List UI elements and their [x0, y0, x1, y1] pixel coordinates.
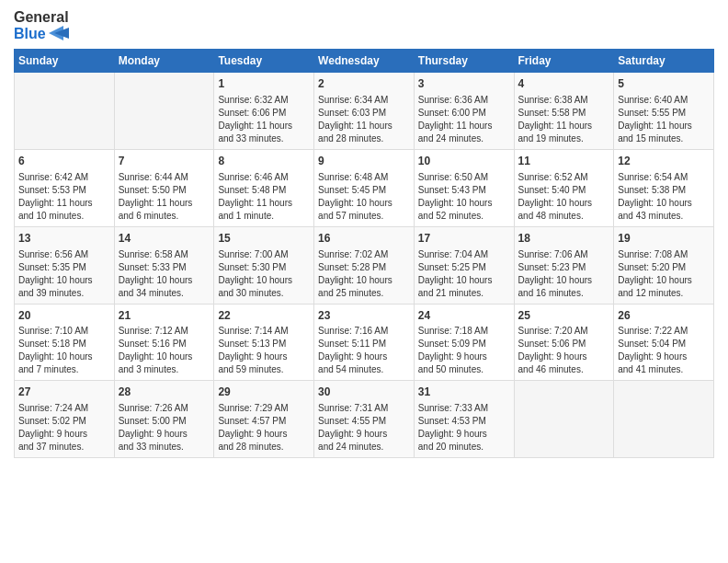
day-number: 5 — [618, 76, 710, 92]
day-number: 18 — [518, 231, 610, 247]
logo: General Blue — [14, 9, 69, 41]
calendar-cell: 24Sunrise: 7:18 AMSunset: 5:09 PMDayligh… — [414, 304, 514, 381]
logo-text: General Blue — [14, 9, 69, 41]
calendar-cell: 12Sunrise: 6:54 AMSunset: 5:38 PMDayligh… — [614, 149, 714, 226]
day-number: 30 — [318, 385, 410, 400]
day-info: Sunrise: 6:38 AMSunset: 5:58 PMDaylight:… — [518, 94, 610, 145]
day-number: 25 — [518, 308, 610, 324]
weekday-header-friday: Friday — [514, 50, 614, 73]
calendar-cell — [15, 73, 115, 150]
day-number: 16 — [318, 231, 410, 247]
day-number: 6 — [18, 154, 110, 169]
day-number: 27 — [18, 385, 110, 400]
day-info: Sunrise: 6:32 AMSunset: 6:06 PMDaylight:… — [218, 94, 310, 145]
day-number: 7 — [119, 154, 210, 169]
calendar-cell: 26Sunrise: 7:22 AMSunset: 5:04 PMDayligh… — [614, 304, 714, 381]
calendar-cell — [114, 73, 214, 150]
day-info: Sunrise: 7:10 AMSunset: 5:18 PMDaylight:… — [18, 325, 110, 376]
week-row-1: 1Sunrise: 6:32 AMSunset: 6:06 PMDaylight… — [15, 73, 714, 150]
calendar-cell: 16Sunrise: 7:02 AMSunset: 5:28 PMDayligh… — [314, 226, 415, 304]
weekday-header-sunday: Sunday — [15, 50, 115, 73]
calendar-cell: 2Sunrise: 6:34 AMSunset: 6:03 PMDaylight… — [314, 73, 415, 150]
weekday-header-tuesday: Tuesday — [214, 50, 314, 73]
day-number: 31 — [418, 385, 510, 400]
calendar-cell: 18Sunrise: 7:06 AMSunset: 5:23 PMDayligh… — [514, 226, 614, 304]
day-info: Sunrise: 7:08 AMSunset: 5:20 PMDaylight:… — [618, 248, 710, 300]
day-number: 14 — [119, 231, 210, 247]
day-number: 3 — [418, 76, 510, 92]
logo-bird-icon — [49, 26, 69, 40]
day-number: 21 — [119, 308, 210, 324]
day-info: Sunrise: 6:56 AMSunset: 5:35 PMDaylight:… — [18, 248, 110, 300]
day-info: Sunrise: 6:54 AMSunset: 5:38 PMDaylight:… — [618, 171, 710, 223]
day-number: 4 — [518, 76, 610, 92]
day-info: Sunrise: 7:33 AMSunset: 4:53 PMDaylight:… — [418, 402, 510, 454]
day-info: Sunrise: 7:14 AMSunset: 5:13 PMDaylight:… — [218, 325, 310, 376]
day-info: Sunrise: 6:48 AMSunset: 5:45 PMDaylight:… — [318, 171, 410, 223]
calendar-cell: 28Sunrise: 7:26 AMSunset: 5:00 PMDayligh… — [114, 381, 214, 458]
day-number: 1 — [218, 76, 310, 92]
calendar-cell: 25Sunrise: 7:20 AMSunset: 5:06 PMDayligh… — [514, 304, 614, 381]
day-number: 22 — [218, 308, 310, 324]
day-info: Sunrise: 6:40 AMSunset: 5:55 PMDaylight:… — [618, 94, 710, 145]
day-number: 19 — [618, 231, 710, 247]
day-number: 10 — [418, 154, 510, 169]
day-info: Sunrise: 7:12 AMSunset: 5:16 PMDaylight:… — [119, 325, 210, 376]
calendar-cell: 9Sunrise: 6:48 AMSunset: 5:45 PMDaylight… — [314, 149, 415, 226]
day-info: Sunrise: 6:42 AMSunset: 5:53 PMDaylight:… — [18, 171, 110, 223]
header: General Blue — [14, 9, 714, 41]
calendar-cell: 4Sunrise: 6:38 AMSunset: 5:58 PMDaylight… — [514, 73, 614, 150]
calendar-cell: 8Sunrise: 6:46 AMSunset: 5:48 PMDaylight… — [214, 149, 314, 226]
week-row-4: 20Sunrise: 7:10 AMSunset: 5:18 PMDayligh… — [15, 304, 714, 381]
day-info: Sunrise: 6:58 AMSunset: 5:33 PMDaylight:… — [119, 248, 210, 300]
calendar-cell: 15Sunrise: 7:00 AMSunset: 5:30 PMDayligh… — [214, 226, 314, 304]
page-container: General Blue SundayMondayTuesdayWednesda… — [0, 0, 728, 467]
calendar-cell: 11Sunrise: 6:52 AMSunset: 5:40 PMDayligh… — [514, 149, 614, 226]
day-number: 20 — [18, 308, 110, 324]
day-number: 23 — [318, 308, 410, 324]
day-number: 8 — [218, 154, 310, 169]
day-number: 29 — [218, 385, 310, 400]
day-info: Sunrise: 7:31 AMSunset: 4:55 PMDaylight:… — [318, 402, 410, 454]
day-number: 13 — [18, 231, 110, 247]
day-number: 17 — [418, 231, 510, 247]
weekday-header-row: SundayMondayTuesdayWednesdayThursdayFrid… — [15, 50, 714, 73]
day-info: Sunrise: 6:44 AMSunset: 5:50 PMDaylight:… — [119, 171, 210, 223]
day-info: Sunrise: 7:20 AMSunset: 5:06 PMDaylight:… — [518, 325, 610, 376]
day-info: Sunrise: 7:24 AMSunset: 5:02 PMDaylight:… — [18, 402, 110, 454]
calendar-cell: 19Sunrise: 7:08 AMSunset: 5:20 PMDayligh… — [614, 226, 714, 304]
day-info: Sunrise: 7:18 AMSunset: 5:09 PMDaylight:… — [418, 325, 510, 376]
calendar-cell: 6Sunrise: 6:42 AMSunset: 5:53 PMDaylight… — [15, 149, 115, 226]
logo-blue: Blue — [14, 26, 69, 42]
calendar-cell: 1Sunrise: 6:32 AMSunset: 6:06 PMDaylight… — [214, 73, 314, 150]
week-row-5: 27Sunrise: 7:24 AMSunset: 5:02 PMDayligh… — [15, 381, 714, 458]
day-info: Sunrise: 7:00 AMSunset: 5:30 PMDaylight:… — [218, 248, 310, 300]
calendar-cell: 27Sunrise: 7:24 AMSunset: 5:02 PMDayligh… — [15, 381, 115, 458]
calendar-cell: 17Sunrise: 7:04 AMSunset: 5:25 PMDayligh… — [414, 226, 514, 304]
day-info: Sunrise: 7:22 AMSunset: 5:04 PMDaylight:… — [618, 325, 710, 376]
day-number: 15 — [218, 231, 310, 247]
day-info: Sunrise: 6:46 AMSunset: 5:48 PMDaylight:… — [218, 171, 310, 223]
calendar-cell: 22Sunrise: 7:14 AMSunset: 5:13 PMDayligh… — [214, 304, 314, 381]
calendar-cell: 14Sunrise: 6:58 AMSunset: 5:33 PMDayligh… — [114, 226, 214, 304]
day-number: 28 — [119, 385, 210, 400]
day-number: 2 — [318, 76, 410, 92]
calendar-cell — [514, 381, 614, 458]
day-info: Sunrise: 7:02 AMSunset: 5:28 PMDaylight:… — [318, 248, 410, 300]
week-row-3: 13Sunrise: 6:56 AMSunset: 5:35 PMDayligh… — [15, 226, 714, 304]
calendar-cell: 20Sunrise: 7:10 AMSunset: 5:18 PMDayligh… — [15, 304, 115, 381]
day-info: Sunrise: 6:34 AMSunset: 6:03 PMDaylight:… — [318, 94, 410, 145]
day-info: Sunrise: 6:50 AMSunset: 5:43 PMDaylight:… — [418, 171, 510, 223]
day-number: 12 — [618, 154, 710, 169]
weekday-header-monday: Monday — [114, 50, 214, 73]
calendar-cell: 13Sunrise: 6:56 AMSunset: 5:35 PMDayligh… — [15, 226, 115, 304]
day-number: 26 — [618, 308, 710, 324]
weekday-header-thursday: Thursday — [414, 50, 514, 73]
calendar-cell: 7Sunrise: 6:44 AMSunset: 5:50 PMDaylight… — [114, 149, 214, 226]
day-number: 9 — [318, 154, 410, 169]
day-number: 11 — [518, 154, 610, 169]
calendar-cell: 31Sunrise: 7:33 AMSunset: 4:53 PMDayligh… — [414, 381, 514, 458]
day-info: Sunrise: 7:04 AMSunset: 5:25 PMDaylight:… — [418, 248, 510, 300]
week-row-2: 6Sunrise: 6:42 AMSunset: 5:53 PMDaylight… — [15, 149, 714, 226]
calendar-table: SundayMondayTuesdayWednesdayThursdayFrid… — [14, 49, 714, 458]
